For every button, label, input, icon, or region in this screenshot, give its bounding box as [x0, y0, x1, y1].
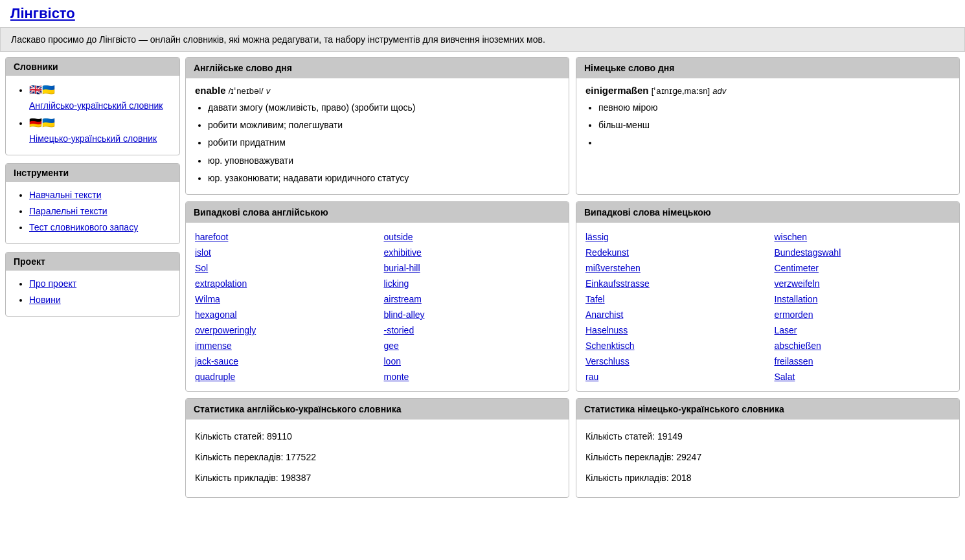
random-word-en[interactable]: burial-hill [384, 262, 560, 274]
random-word-en[interactable]: loon [384, 355, 560, 368]
sidebar: Словники 🇬🇧🇺🇦 Англійсько-український сло… [5, 57, 180, 555]
panel-stats-en: Статистика англійсько-українського словн… [185, 398, 569, 498]
sidebar-project-header: Проект [6, 252, 179, 271]
list-item: 🇬🇧🇺🇦 Англійсько-український словник [29, 82, 172, 113]
random-word-de[interactable]: Laser [775, 324, 951, 337]
random-word-en[interactable]: blind-alley [384, 308, 560, 321]
sidebar-tools: Інструменти Навчальні тексти Паралельні … [5, 163, 180, 244]
list-item: Тест словникового запасу [29, 221, 172, 234]
random-word-de[interactable]: verzweifeln [775, 277, 951, 290]
flag-de-ua: 🇩🇪🇺🇦 [29, 115, 55, 131]
random-word-en[interactable]: licking [384, 277, 560, 290]
random-word-en[interactable]: monte [384, 370, 560, 383]
stats-en-translations: Кількість перекладів: 177522 [195, 448, 560, 466]
random-word-en[interactable]: jack-sauce [195, 355, 371, 368]
random-word-de[interactable]: Schenktisch [585, 339, 762, 352]
stats-de-translations: Кількість перекладів: 29247 [585, 448, 950, 466]
list-item: юр. узаконювати; надавати юридичного ста… [208, 170, 560, 186]
panel-random-en-header: Випадкові слова англійською [186, 202, 569, 223]
site-title[interactable]: Лінгвісто [10, 5, 75, 21]
random-word-de[interactable]: Anarchist [585, 308, 762, 321]
random-word-de[interactable]: Bundestagswahl [775, 246, 951, 259]
panel-random-de: Випадкові слова німецькою lässig wischen… [576, 201, 960, 392]
list-item: Паралельні тексти [29, 205, 172, 218]
link-de-dict[interactable]: Німецько-український словник [29, 133, 157, 144]
panel-random-de-header: Випадкові слова німецькою [576, 202, 959, 223]
list-item: юр. уповноважувати [208, 153, 560, 169]
panel-random-en: Випадкові слова англійською harefoot out… [185, 201, 569, 392]
random-word-de[interactable]: Salat [775, 370, 951, 383]
random-word-de[interactable]: mißverstehen [585, 262, 762, 274]
random-word-en[interactable]: islot [195, 246, 371, 259]
main-content: Англійське слово дня enable /ɪˈneɪbəl/ v… [185, 57, 960, 555]
word-of-day-en-word: enable /ɪˈneɪbəl/ v [195, 85, 560, 96]
random-word-en[interactable]: Sol [195, 262, 371, 274]
link-vocab-test[interactable]: Тест словникового запасу [29, 222, 138, 232]
random-word-en[interactable]: airstream [384, 293, 560, 306]
link-en-dict[interactable]: Англійсько-український словник [29, 100, 163, 111]
panel-stats-de-header: Статистика німецько-українського словник… [576, 399, 959, 420]
random-word-de[interactable]: Centimeter [775, 262, 951, 274]
list-item: більш-менш [598, 117, 950, 133]
link-about[interactable]: Про проект [29, 278, 76, 289]
list-item: певною мірою [598, 100, 950, 116]
panel-word-of-day-de: Німецьке слово дня einigermaßen [ˈaɪnɪɡe… [576, 57, 960, 195]
random-word-en[interactable]: overpoweringly [195, 324, 371, 337]
sidebar-dictionaries-header: Словники [6, 58, 179, 76]
list-item: робити придатним [208, 135, 560, 151]
panel-stats-en-header: Статистика англійсько-українського словн… [186, 399, 569, 420]
panel-stats-de-body: Кількість статей: 19149 Кількість перекл… [576, 420, 959, 497]
panel-stats-de: Статистика німецько-українського словник… [576, 398, 960, 498]
random-word-en[interactable]: hexagonal [195, 308, 371, 321]
random-word-de[interactable]: Redekunst [585, 246, 762, 259]
random-word-de[interactable]: Haselnuss [585, 324, 762, 337]
word-of-day-row: Англійське слово дня enable /ɪˈneɪbəl/ v… [185, 57, 960, 195]
sidebar-dictionaries: Словники 🇬🇧🇺🇦 Англійсько-український сло… [5, 57, 180, 155]
word-of-day-de-definitions: певною мірою більш-менш [585, 100, 950, 151]
random-en-grid: harefoot outside islot exhibitive Sol bu… [186, 223, 569, 391]
random-word-en[interactable]: exhibitive [384, 246, 560, 259]
panel-word-of-day-de-header: Німецьке слово дня [576, 58, 959, 78]
link-learning-texts[interactable]: Навчальні тексти [29, 190, 102, 200]
link-news[interactable]: Новини [29, 295, 61, 305]
sidebar-dictionaries-body: 🇬🇧🇺🇦 Англійсько-український словник 🇩🇪🇺🇦… [6, 76, 179, 155]
random-word-de[interactable]: Tafel [585, 293, 762, 306]
random-word-de[interactable]: freilassen [775, 355, 951, 368]
random-word-en[interactable]: harefoot [195, 230, 371, 243]
random-word-de[interactable]: ermorden [775, 308, 951, 321]
random-word-de[interactable]: rau [585, 370, 762, 383]
random-words-row: Випадкові слова англійською harefoot out… [185, 201, 960, 392]
sidebar-project-body: Про проект Новини [6, 271, 179, 316]
random-de-grid: lässig wischen Redekunst Bundestagswahl … [576, 223, 959, 391]
list-item: робити можливим; полегшувати [208, 117, 560, 133]
random-word-en[interactable]: gee [384, 339, 560, 352]
random-word-en[interactable]: extrapolation [195, 277, 371, 290]
random-word-de[interactable]: wischen [775, 230, 951, 243]
list-item: 🇩🇪🇺🇦 Німецько-український словник [29, 115, 172, 146]
link-parallel-texts[interactable]: Паралельні тексти [29, 206, 108, 216]
stats-de-articles: Кількість статей: 19149 [585, 427, 950, 445]
word-of-day-en-definitions: давати змогу (можливість, право) (зробит… [195, 100, 560, 186]
stats-en-examples: Кількість прикладів: 198387 [195, 469, 560, 487]
sidebar-tools-header: Інструменти [6, 164, 179, 182]
panel-stats-en-body: Кількість статей: 89110 Кількість перекл… [186, 420, 569, 497]
random-word-de[interactable]: lässig [585, 230, 762, 243]
random-word-en[interactable]: immense [195, 339, 371, 352]
list-item [598, 135, 950, 151]
flag-en-ua: 🇬🇧🇺🇦 [29, 82, 55, 98]
random-word-de[interactable]: Verschluss [585, 355, 762, 368]
random-word-en[interactable]: outside [384, 230, 560, 243]
welcome-message: Ласкаво просимо до Лінгвісто — онлайн сл… [0, 27, 965, 52]
list-item: Навчальні тексти [29, 188, 172, 202]
random-word-de[interactable]: Einkaufsstrasse [585, 277, 762, 290]
random-word-de[interactable]: abschießen [775, 339, 951, 352]
random-word-en[interactable]: quadruple [195, 370, 371, 383]
stats-en-articles: Кількість статей: 89110 [195, 427, 560, 445]
random-word-de[interactable]: Installation [775, 293, 951, 306]
panel-word-of-day-en-header: Англійське слово дня [186, 58, 569, 78]
random-word-en[interactable]: -storied [384, 324, 560, 337]
list-item: давати змогу (можливість, право) (зробит… [208, 100, 560, 116]
sidebar-tools-body: Навчальні тексти Паралельні тексти Тест … [6, 182, 179, 243]
stats-de-examples: Кількість прикладів: 2018 [585, 469, 950, 487]
random-word-en[interactable]: Wilma [195, 293, 371, 306]
